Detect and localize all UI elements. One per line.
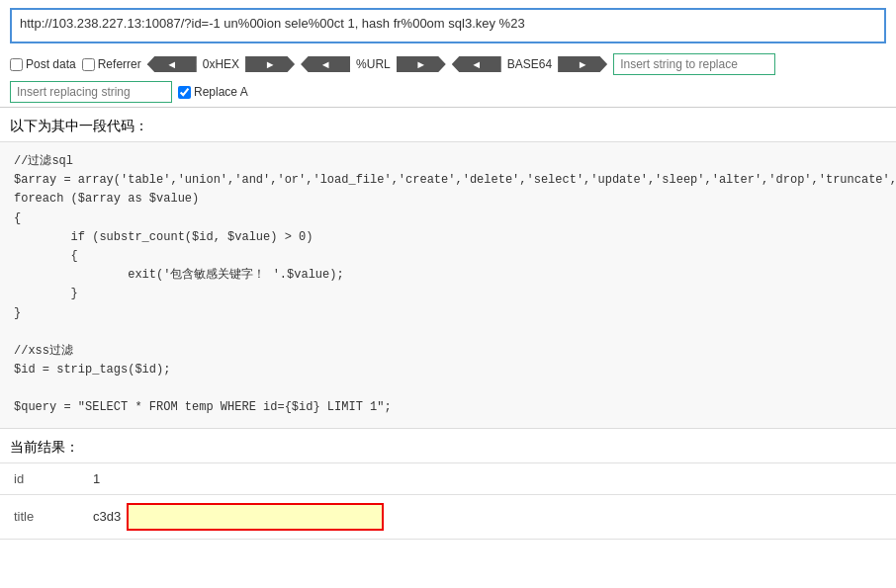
result-value: c3d3: [79, 495, 896, 539]
results-heading: 当前结果：: [0, 429, 896, 462]
referrer-label: Referrer: [98, 57, 141, 71]
referrer-checkbox[interactable]: [82, 58, 95, 71]
hex-label: 0xHEX: [203, 57, 239, 71]
post-data-label: Post data: [26, 57, 76, 71]
hex-left-arrow[interactable]: ◄: [147, 56, 197, 72]
result-label: id: [0, 462, 79, 494]
toolbar: Post data Referrer ◄ 0xHEX ► ◄ %URL ► ◄ …: [0, 49, 896, 108]
base64-left-arrow[interactable]: ◄: [452, 56, 501, 72]
code-block: //过滤sql $array = array('table','union','…: [0, 141, 896, 429]
base64-right-arrow[interactable]: ►: [558, 56, 607, 72]
replace-all-text: Replace A: [194, 85, 248, 99]
table-row: titlec3d3: [0, 494, 896, 539]
result-label: title: [0, 494, 79, 539]
hex-right-arrow[interactable]: ►: [245, 56, 295, 72]
url-label: %URL: [356, 57, 391, 71]
referrer-checkbox-label[interactable]: Referrer: [82, 57, 141, 71]
replace-all-checkbox[interactable]: [178, 86, 191, 99]
insert-string-field[interactable]: [613, 53, 775, 75]
post-data-checkbox-label[interactable]: Post data: [10, 57, 76, 71]
insert-replacing-field[interactable]: [10, 81, 172, 103]
base64-label: BASE64: [507, 57, 552, 71]
url-right-arrow[interactable]: ►: [397, 56, 446, 72]
highlight-value-cell: [127, 503, 384, 531]
results-table: id1titlec3d3: [0, 462, 896, 540]
url-left-arrow[interactable]: ◄: [301, 56, 350, 72]
code-section-heading: 以下为其中一段代码：: [0, 108, 896, 141]
replace-all-label[interactable]: Replace A: [178, 85, 248, 99]
result-value: 1: [79, 462, 896, 494]
table-row: id1: [0, 462, 896, 494]
url-bar[interactable]: http://103.238.227.13:10087/?id=-1 un%00…: [10, 8, 886, 43]
post-data-checkbox[interactable]: [10, 58, 23, 71]
